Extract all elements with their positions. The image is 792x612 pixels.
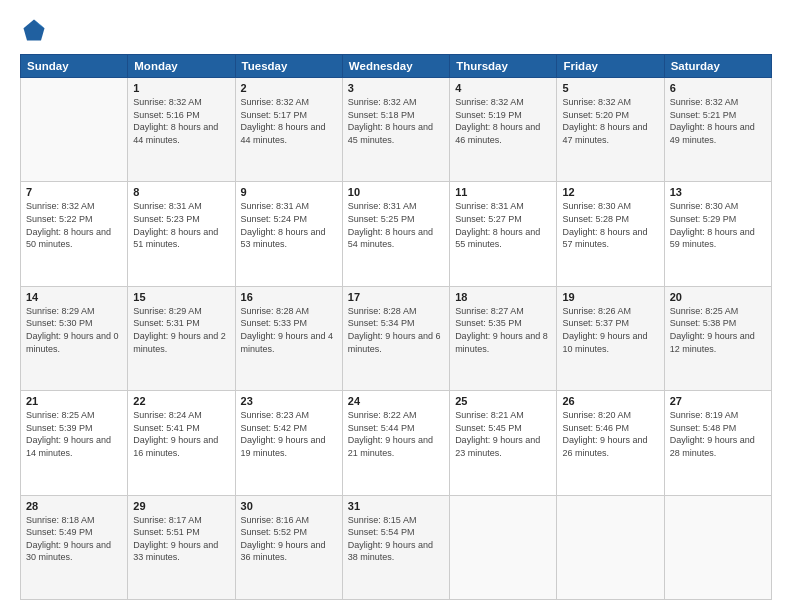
calendar-cell: 22Sunrise: 8:24 AMSunset: 5:41 PMDayligh… (128, 391, 235, 495)
day-number: 20 (670, 291, 766, 303)
day-number: 31 (348, 500, 444, 512)
weekday-header-friday: Friday (557, 55, 664, 78)
day-detail: Sunrise: 8:32 AMSunset: 5:16 PMDaylight:… (133, 96, 229, 146)
calendar-cell (450, 495, 557, 599)
logo (20, 16, 52, 44)
day-number: 21 (26, 395, 122, 407)
day-detail: Sunrise: 8:28 AMSunset: 5:34 PMDaylight:… (348, 305, 444, 355)
day-number: 12 (562, 186, 658, 198)
calendar-cell: 11Sunrise: 8:31 AMSunset: 5:27 PMDayligh… (450, 182, 557, 286)
weekday-header-monday: Monday (128, 55, 235, 78)
day-number: 17 (348, 291, 444, 303)
calendar-cell: 15Sunrise: 8:29 AMSunset: 5:31 PMDayligh… (128, 286, 235, 390)
calendar-cell (557, 495, 664, 599)
day-number: 25 (455, 395, 551, 407)
week-row-3: 14Sunrise: 8:29 AMSunset: 5:30 PMDayligh… (21, 286, 772, 390)
day-number: 10 (348, 186, 444, 198)
calendar-cell: 27Sunrise: 8:19 AMSunset: 5:48 PMDayligh… (664, 391, 771, 495)
day-detail: Sunrise: 8:30 AMSunset: 5:28 PMDaylight:… (562, 200, 658, 250)
calendar-cell: 18Sunrise: 8:27 AMSunset: 5:35 PMDayligh… (450, 286, 557, 390)
day-detail: Sunrise: 8:16 AMSunset: 5:52 PMDaylight:… (241, 514, 337, 564)
day-detail: Sunrise: 8:27 AMSunset: 5:35 PMDaylight:… (455, 305, 551, 355)
day-number: 29 (133, 500, 229, 512)
weekday-header-saturday: Saturday (664, 55, 771, 78)
day-detail: Sunrise: 8:18 AMSunset: 5:49 PMDaylight:… (26, 514, 122, 564)
day-detail: Sunrise: 8:32 AMSunset: 5:18 PMDaylight:… (348, 96, 444, 146)
calendar-cell: 1Sunrise: 8:32 AMSunset: 5:16 PMDaylight… (128, 78, 235, 182)
day-number: 7 (26, 186, 122, 198)
svg-marker-0 (24, 20, 45, 41)
day-detail: Sunrise: 8:30 AMSunset: 5:29 PMDaylight:… (670, 200, 766, 250)
day-number: 15 (133, 291, 229, 303)
day-number: 6 (670, 82, 766, 94)
week-row-5: 28Sunrise: 8:18 AMSunset: 5:49 PMDayligh… (21, 495, 772, 599)
day-number: 24 (348, 395, 444, 407)
calendar-cell: 23Sunrise: 8:23 AMSunset: 5:42 PMDayligh… (235, 391, 342, 495)
day-detail: Sunrise: 8:32 AMSunset: 5:22 PMDaylight:… (26, 200, 122, 250)
day-number: 13 (670, 186, 766, 198)
day-number: 11 (455, 186, 551, 198)
day-detail: Sunrise: 8:31 AMSunset: 5:25 PMDaylight:… (348, 200, 444, 250)
day-detail: Sunrise: 8:31 AMSunset: 5:24 PMDaylight:… (241, 200, 337, 250)
day-detail: Sunrise: 8:32 AMSunset: 5:21 PMDaylight:… (670, 96, 766, 146)
day-detail: Sunrise: 8:19 AMSunset: 5:48 PMDaylight:… (670, 409, 766, 459)
day-detail: Sunrise: 8:25 AMSunset: 5:38 PMDaylight:… (670, 305, 766, 355)
calendar-cell (664, 495, 771, 599)
calendar-cell: 17Sunrise: 8:28 AMSunset: 5:34 PMDayligh… (342, 286, 449, 390)
header (20, 16, 772, 44)
day-detail: Sunrise: 8:32 AMSunset: 5:20 PMDaylight:… (562, 96, 658, 146)
day-number: 14 (26, 291, 122, 303)
day-detail: Sunrise: 8:29 AMSunset: 5:31 PMDaylight:… (133, 305, 229, 355)
logo-icon (20, 16, 48, 44)
week-row-1: 1Sunrise: 8:32 AMSunset: 5:16 PMDaylight… (21, 78, 772, 182)
weekday-header-thursday: Thursday (450, 55, 557, 78)
calendar-cell: 3Sunrise: 8:32 AMSunset: 5:18 PMDaylight… (342, 78, 449, 182)
calendar-cell: 19Sunrise: 8:26 AMSunset: 5:37 PMDayligh… (557, 286, 664, 390)
day-number: 1 (133, 82, 229, 94)
day-detail: Sunrise: 8:17 AMSunset: 5:51 PMDaylight:… (133, 514, 229, 564)
day-number: 9 (241, 186, 337, 198)
calendar-cell (21, 78, 128, 182)
calendar-cell: 16Sunrise: 8:28 AMSunset: 5:33 PMDayligh… (235, 286, 342, 390)
calendar-cell: 31Sunrise: 8:15 AMSunset: 5:54 PMDayligh… (342, 495, 449, 599)
calendar-table: SundayMondayTuesdayWednesdayThursdayFrid… (20, 54, 772, 600)
calendar-cell: 2Sunrise: 8:32 AMSunset: 5:17 PMDaylight… (235, 78, 342, 182)
day-detail: Sunrise: 8:20 AMSunset: 5:46 PMDaylight:… (562, 409, 658, 459)
day-detail: Sunrise: 8:25 AMSunset: 5:39 PMDaylight:… (26, 409, 122, 459)
day-number: 4 (455, 82, 551, 94)
day-detail: Sunrise: 8:24 AMSunset: 5:41 PMDaylight:… (133, 409, 229, 459)
weekday-header-tuesday: Tuesday (235, 55, 342, 78)
day-number: 8 (133, 186, 229, 198)
day-number: 22 (133, 395, 229, 407)
calendar-cell: 28Sunrise: 8:18 AMSunset: 5:49 PMDayligh… (21, 495, 128, 599)
day-detail: Sunrise: 8:32 AMSunset: 5:17 PMDaylight:… (241, 96, 337, 146)
day-detail: Sunrise: 8:28 AMSunset: 5:33 PMDaylight:… (241, 305, 337, 355)
day-number: 28 (26, 500, 122, 512)
calendar-cell: 26Sunrise: 8:20 AMSunset: 5:46 PMDayligh… (557, 391, 664, 495)
weekday-header-sunday: Sunday (21, 55, 128, 78)
calendar-cell: 25Sunrise: 8:21 AMSunset: 5:45 PMDayligh… (450, 391, 557, 495)
day-number: 2 (241, 82, 337, 94)
calendar-cell: 14Sunrise: 8:29 AMSunset: 5:30 PMDayligh… (21, 286, 128, 390)
calendar-cell: 7Sunrise: 8:32 AMSunset: 5:22 PMDaylight… (21, 182, 128, 286)
calendar-page: SundayMondayTuesdayWednesdayThursdayFrid… (0, 0, 792, 612)
day-detail: Sunrise: 8:22 AMSunset: 5:44 PMDaylight:… (348, 409, 444, 459)
day-number: 26 (562, 395, 658, 407)
day-number: 19 (562, 291, 658, 303)
day-number: 3 (348, 82, 444, 94)
weekday-header-row: SundayMondayTuesdayWednesdayThursdayFrid… (21, 55, 772, 78)
calendar-cell: 13Sunrise: 8:30 AMSunset: 5:29 PMDayligh… (664, 182, 771, 286)
week-row-2: 7Sunrise: 8:32 AMSunset: 5:22 PMDaylight… (21, 182, 772, 286)
week-row-4: 21Sunrise: 8:25 AMSunset: 5:39 PMDayligh… (21, 391, 772, 495)
calendar-cell: 10Sunrise: 8:31 AMSunset: 5:25 PMDayligh… (342, 182, 449, 286)
day-number: 27 (670, 395, 766, 407)
day-detail: Sunrise: 8:32 AMSunset: 5:19 PMDaylight:… (455, 96, 551, 146)
weekday-header-wednesday: Wednesday (342, 55, 449, 78)
calendar-cell: 8Sunrise: 8:31 AMSunset: 5:23 PMDaylight… (128, 182, 235, 286)
day-number: 18 (455, 291, 551, 303)
day-detail: Sunrise: 8:29 AMSunset: 5:30 PMDaylight:… (26, 305, 122, 355)
day-number: 23 (241, 395, 337, 407)
day-number: 30 (241, 500, 337, 512)
calendar-cell: 21Sunrise: 8:25 AMSunset: 5:39 PMDayligh… (21, 391, 128, 495)
day-detail: Sunrise: 8:31 AMSunset: 5:27 PMDaylight:… (455, 200, 551, 250)
